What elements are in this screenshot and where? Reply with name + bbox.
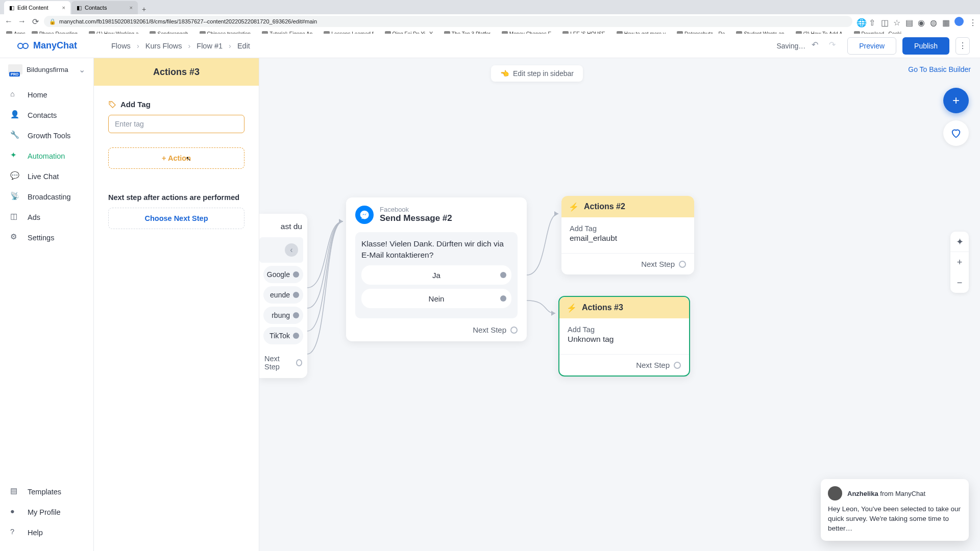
menu-icon[interactable]: ⋮ bbox=[969, 18, 976, 25]
connector-handle[interactable] bbox=[293, 333, 299, 339]
node-actions-2[interactable]: ⚡ Actions #2 Add Tag email_erlaubt Next … bbox=[561, 196, 694, 274]
lock-icon: 🔒 bbox=[49, 18, 56, 25]
tag-value: email_erlaubt bbox=[570, 234, 686, 243]
more-button[interactable]: ⋮ bbox=[955, 37, 970, 55]
workspace-selector[interactable]: PRO Bildungsfirma ⌄ bbox=[0, 58, 93, 81]
logo[interactable]: ManyChat bbox=[0, 40, 94, 52]
nav-bottom: ▤Templates●My Profile?Help bbox=[0, 478, 93, 551]
extension-icon[interactable]: ◉ bbox=[918, 18, 925, 25]
chevron-left-icon: ‹ bbox=[285, 243, 298, 257]
back-button[interactable]: ← bbox=[4, 17, 13, 26]
next-step-row[interactable]: Next Step bbox=[346, 318, 527, 334]
sidebar-item-live-chat[interactable]: 💬Live Chat bbox=[0, 166, 93, 187]
new-tab-button[interactable]: + bbox=[139, 4, 149, 14]
flow-canvas[interactable]: Actions #3 Add Tag ↖ + Action Next step … bbox=[94, 58, 980, 551]
extension-icon[interactable]: ▤ bbox=[905, 18, 913, 25]
share-icon[interactable]: ⇧ bbox=[869, 18, 876, 25]
redo-button[interactable]: ↷ bbox=[829, 40, 841, 52]
quick-reply-option[interactable]: rbung bbox=[263, 307, 303, 324]
preview-button[interactable]: Preview bbox=[847, 37, 896, 55]
connector-handle[interactable] bbox=[500, 272, 506, 278]
app-top-bar: ManyChat Flows›Kurs Flows›Flow #1›Edit S… bbox=[0, 34, 980, 58]
translate-icon[interactable]: 🌐 bbox=[856, 18, 864, 25]
connector-handle[interactable] bbox=[293, 312, 299, 318]
tab-inactive[interactable]: ◧ Contacts × bbox=[71, 1, 138, 14]
favorite-fab[interactable] bbox=[943, 120, 969, 146]
svg-marker-3 bbox=[339, 219, 343, 224]
reload-button[interactable]: ⟳ bbox=[31, 17, 40, 26]
node-body: Add Tag email_erlaubt bbox=[561, 217, 694, 246]
next-step-row[interactable]: Next Step bbox=[559, 354, 689, 375]
extension-icon[interactable]: ◍ bbox=[930, 18, 937, 25]
sidebar-item-automation[interactable]: ✦Automation bbox=[0, 146, 93, 166]
live-chat-icon: 💬 bbox=[10, 171, 20, 182]
node-send-message-1-partial[interactable]: ast du ‹ GoogleeunderbungTikTok Next Ste… bbox=[259, 214, 307, 378]
quick-reply-ja[interactable]: Ja bbox=[361, 265, 511, 285]
profile-avatar[interactable] bbox=[954, 17, 964, 26]
node-actions-3[interactable]: ⚡ Actions #3 Add Tag Unknown tag Next St… bbox=[558, 296, 690, 377]
sidebar-item-my-profile[interactable]: ●My Profile bbox=[0, 502, 93, 522]
connector-handle[interactable] bbox=[293, 292, 299, 298]
pro-badge: PRO bbox=[9, 72, 20, 77]
node-send-message-2[interactable]: Facebook Send Message #2 Klasse! Vielen … bbox=[346, 197, 527, 341]
breadcrumb-item[interactable]: Flow #1 bbox=[197, 42, 223, 50]
manychat-logo-icon bbox=[17, 40, 29, 52]
forward-button[interactable]: → bbox=[17, 17, 27, 26]
broadcasting-icon: 📡 bbox=[10, 192, 20, 202]
connector-handle[interactable] bbox=[679, 261, 686, 268]
star-icon[interactable]: ☆ bbox=[893, 18, 900, 25]
quick-reply-option[interactable]: TikTok bbox=[263, 327, 303, 344]
sidebar-item-help[interactable]: ?Help bbox=[0, 522, 93, 543]
breadcrumb-item[interactable]: Kurs Flows bbox=[145, 42, 182, 50]
sidebar-item-contacts[interactable]: 👤Contacts bbox=[0, 105, 93, 126]
chevron-right-icon: › bbox=[188, 42, 190, 50]
add-action-button[interactable]: + Action bbox=[108, 147, 244, 169]
settings-icon: ⚙ bbox=[10, 233, 20, 243]
quick-reply-option[interactable]: eunde bbox=[263, 286, 303, 304]
sidebar-item-broadcasting[interactable]: 📡Broadcasting bbox=[0, 187, 93, 207]
tag-label: Add Tag bbox=[568, 325, 681, 334]
sidebar-item-ads[interactable]: ◫Ads bbox=[0, 207, 93, 228]
extension-icon[interactable]: ▦ bbox=[942, 18, 949, 25]
tab-active[interactable]: ◧ Edit Content × bbox=[4, 1, 70, 14]
sidebar-item-growth-tools[interactable]: 🔧Growth Tools bbox=[0, 126, 93, 146]
connector-handle[interactable] bbox=[500, 295, 506, 302]
next-step-row[interactable]: Next Step bbox=[561, 253, 694, 274]
connector-handle[interactable] bbox=[674, 362, 681, 369]
heart-icon bbox=[950, 128, 962, 139]
quick-reply-nein[interactable]: Nein bbox=[361, 289, 511, 308]
app: ManyChat Flows›Kurs Flows›Flow #1›Edit S… bbox=[0, 34, 980, 551]
connector-handle[interactable] bbox=[510, 327, 518, 334]
survey-chat-popup[interactable]: Anzhelika from ManyChat Hey Leon, You've… bbox=[821, 479, 969, 541]
zoom-fit-button[interactable]: ✦ bbox=[950, 232, 969, 252]
tag-input[interactable] bbox=[108, 115, 244, 133]
help-icon: ? bbox=[10, 528, 20, 538]
connector-handle[interactable] bbox=[296, 359, 302, 366]
breadcrumb-item[interactable]: Edit bbox=[237, 42, 250, 50]
extension-icon[interactable]: ◫ bbox=[881, 18, 888, 25]
zoom-in-button[interactable]: + bbox=[950, 252, 969, 272]
avatar bbox=[828, 486, 842, 500]
publish-button[interactable]: Publish bbox=[902, 37, 949, 55]
close-icon[interactable]: × bbox=[130, 5, 133, 11]
connector-handle[interactable] bbox=[293, 271, 299, 278]
edit-step-pill[interactable]: 👈 Edit step in sidebar bbox=[491, 65, 583, 82]
breadcrumb: Flows›Kurs Flows›Flow #1›Edit bbox=[111, 42, 250, 50]
zoom-out-button[interactable]: − bbox=[950, 272, 969, 293]
close-icon[interactable]: × bbox=[62, 5, 65, 11]
add-node-fab[interactable]: + bbox=[943, 88, 969, 113]
node-body: Add Tag Unknown tag bbox=[559, 318, 689, 347]
url-input[interactable]: 🔒 manychat.com/fb198150208192061/8/cms/f… bbox=[44, 16, 852, 27]
brand-name: ManyChat bbox=[33, 40, 77, 51]
quick-reply-option[interactable]: Google bbox=[263, 266, 303, 283]
breadcrumb-item[interactable]: Flows bbox=[111, 42, 131, 50]
sidebar-item-settings[interactable]: ⚙Settings bbox=[0, 228, 93, 248]
next-step-row[interactable]: Next Step bbox=[259, 347, 307, 378]
sidebar-item-home[interactable]: ⌂Home bbox=[0, 85, 93, 105]
sidebar-item-templates[interactable]: ▤Templates bbox=[0, 482, 93, 502]
choose-next-step-button[interactable]: Choose Next Step bbox=[108, 208, 244, 229]
goto-basic-link[interactable]: Go To Basic Builder bbox=[908, 65, 971, 73]
editor-body: Add Tag ↖ + Action Next step after actio… bbox=[94, 86, 259, 229]
undo-button[interactable]: ↶ bbox=[812, 40, 824, 52]
svg-point-1 bbox=[23, 43, 28, 48]
